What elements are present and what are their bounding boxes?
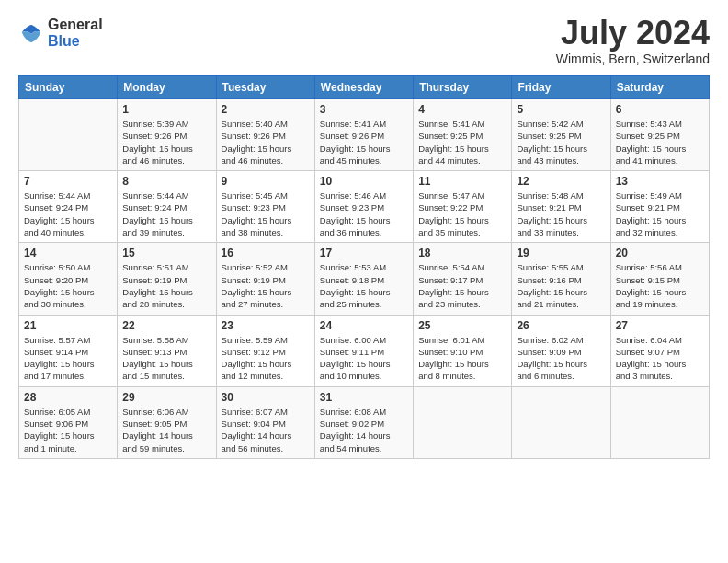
calendar-week-5: 28Sunrise: 6:05 AM Sunset: 9:06 PM Dayli… <box>19 386 710 458</box>
calendar-cell: 28Sunrise: 6:05 AM Sunset: 9:06 PM Dayli… <box>19 386 118 458</box>
col-wednesday: Wednesday <box>314 76 413 99</box>
day-info: Sunrise: 5:44 AM Sunset: 9:24 PM Dayligh… <box>122 190 210 238</box>
location-text: Wimmis, Bern, Switzerland <box>556 52 710 66</box>
col-friday: Friday <box>512 76 610 99</box>
calendar-cell: 19Sunrise: 5:55 AM Sunset: 9:16 PM Dayli… <box>512 243 610 315</box>
calendar-week-3: 14Sunrise: 5:50 AM Sunset: 9:20 PM Dayli… <box>19 243 710 315</box>
day-info: Sunrise: 6:02 AM Sunset: 9:09 PM Dayligh… <box>517 334 605 383</box>
day-number: 10 <box>320 175 408 188</box>
calendar-cell: 6Sunrise: 5:43 AM Sunset: 9:25 PM Daylig… <box>610 99 709 171</box>
calendar-cell: 17Sunrise: 5:53 AM Sunset: 9:18 PM Dayli… <box>314 243 413 315</box>
calendar-cell: 1Sunrise: 5:39 AM Sunset: 9:26 PM Daylig… <box>118 99 216 171</box>
calendar-cell: 14Sunrise: 5:50 AM Sunset: 9:20 PM Dayli… <box>19 243 118 315</box>
day-info: Sunrise: 5:57 AM Sunset: 9:14 PM Dayligh… <box>24 334 112 383</box>
day-number: 6 <box>616 103 704 116</box>
day-number: 21 <box>24 319 112 332</box>
calendar-cell: 29Sunrise: 6:06 AM Sunset: 9:05 PM Dayli… <box>118 386 216 458</box>
calendar-cell: 26Sunrise: 6:02 AM Sunset: 9:09 PM Dayli… <box>512 315 610 386</box>
calendar-cell: 20Sunrise: 5:56 AM Sunset: 9:15 PM Dayli… <box>610 243 709 315</box>
day-number: 20 <box>616 247 704 259</box>
calendar-week-4: 21Sunrise: 5:57 AM Sunset: 9:14 PM Dayli… <box>19 315 710 386</box>
day-info: Sunrise: 5:59 AM Sunset: 9:12 PM Dayligh… <box>222 334 310 383</box>
day-number: 28 <box>24 391 112 404</box>
day-info: Sunrise: 5:41 AM Sunset: 9:25 PM Dayligh… <box>418 118 506 167</box>
day-number: 9 <box>222 175 310 188</box>
day-number: 19 <box>517 247 605 259</box>
calendar-cell: 9Sunrise: 5:45 AM Sunset: 9:23 PM Daylig… <box>216 171 314 243</box>
day-number: 16 <box>222 247 310 259</box>
col-tuesday: Tuesday <box>216 76 314 99</box>
col-thursday: Thursday <box>414 76 512 99</box>
day-info: Sunrise: 5:41 AM Sunset: 9:26 PM Dayligh… <box>320 118 408 167</box>
day-info: Sunrise: 5:52 AM Sunset: 9:19 PM Dayligh… <box>222 261 310 310</box>
title-section: July 2024 Wimmis, Bern, Switzerland <box>556 17 710 66</box>
page-header: General Blue July 2024 Wimmis, Bern, Swi… <box>18 17 710 66</box>
day-info: Sunrise: 5:54 AM Sunset: 9:17 PM Dayligh… <box>418 261 506 310</box>
day-info: Sunrise: 5:56 AM Sunset: 9:15 PM Dayligh… <box>616 261 704 310</box>
calendar-body: 1Sunrise: 5:39 AM Sunset: 9:26 PM Daylig… <box>19 99 710 459</box>
day-number: 15 <box>122 247 210 259</box>
day-number: 26 <box>517 319 605 332</box>
day-info: Sunrise: 5:55 AM Sunset: 9:16 PM Dayligh… <box>517 261 605 310</box>
calendar-cell: 12Sunrise: 5:48 AM Sunset: 9:21 PM Dayli… <box>512 171 610 243</box>
day-info: Sunrise: 5:48 AM Sunset: 9:21 PM Dayligh… <box>517 190 605 238</box>
day-number: 3 <box>320 103 408 116</box>
calendar-cell: 7Sunrise: 5:44 AM Sunset: 9:24 PM Daylig… <box>19 171 118 243</box>
day-number: 7 <box>24 175 112 188</box>
col-monday: Monday <box>118 76 216 99</box>
day-info: Sunrise: 5:50 AM Sunset: 9:20 PM Dayligh… <box>24 261 112 310</box>
col-saturday: Saturday <box>610 76 709 99</box>
day-info: Sunrise: 5:43 AM Sunset: 9:25 PM Dayligh… <box>616 118 704 167</box>
calendar-cell: 16Sunrise: 5:52 AM Sunset: 9:19 PM Dayli… <box>216 243 314 315</box>
day-number: 29 <box>122 391 210 404</box>
day-number: 17 <box>320 247 408 259</box>
col-sunday: Sunday <box>19 76 118 99</box>
day-number: 27 <box>616 319 704 332</box>
calendar-cell: 24Sunrise: 6:00 AM Sunset: 9:11 PM Dayli… <box>314 315 413 386</box>
calendar-cell: 30Sunrise: 6:07 AM Sunset: 9:04 PM Dayli… <box>216 386 314 458</box>
calendar-cell: 8Sunrise: 5:44 AM Sunset: 9:24 PM Daylig… <box>118 171 216 243</box>
day-number: 5 <box>517 103 605 116</box>
calendar-cell: 3Sunrise: 5:41 AM Sunset: 9:26 PM Daylig… <box>314 99 413 171</box>
calendar-cell <box>19 99 118 171</box>
month-year-title: July 2024 <box>556 17 710 50</box>
calendar-cell: 25Sunrise: 6:01 AM Sunset: 9:10 PM Dayli… <box>414 315 512 386</box>
day-number: 22 <box>122 319 210 332</box>
calendar-cell <box>512 386 610 458</box>
day-number: 14 <box>24 247 112 259</box>
day-number: 2 <box>222 103 310 116</box>
day-info: Sunrise: 5:39 AM Sunset: 9:26 PM Dayligh… <box>122 118 210 167</box>
day-number: 18 <box>418 247 506 259</box>
calendar-week-1: 1Sunrise: 5:39 AM Sunset: 9:26 PM Daylig… <box>19 99 710 171</box>
logo-text: General Blue <box>48 17 103 49</box>
day-info: Sunrise: 5:47 AM Sunset: 9:22 PM Dayligh… <box>418 190 506 238</box>
calendar-week-2: 7Sunrise: 5:44 AM Sunset: 9:24 PM Daylig… <box>19 171 710 243</box>
calendar-cell: 23Sunrise: 5:59 AM Sunset: 9:12 PM Dayli… <box>216 315 314 386</box>
calendar-cell: 21Sunrise: 5:57 AM Sunset: 9:14 PM Dayli… <box>19 315 118 386</box>
calendar-header: Sunday Monday Tuesday Wednesday Thursday… <box>19 76 710 99</box>
calendar-cell: 22Sunrise: 5:58 AM Sunset: 9:13 PM Dayli… <box>118 315 216 386</box>
day-info: Sunrise: 5:45 AM Sunset: 9:23 PM Dayligh… <box>222 190 310 238</box>
days-of-week-row: Sunday Monday Tuesday Wednesday Thursday… <box>19 76 710 99</box>
logo-blue-text: Blue <box>48 33 103 50</box>
logo-general-text: General <box>48 17 103 33</box>
calendar-table: Sunday Monday Tuesday Wednesday Thursday… <box>18 75 710 459</box>
calendar-cell: 10Sunrise: 5:46 AM Sunset: 9:23 PM Dayli… <box>314 171 413 243</box>
logo: General Blue <box>18 17 103 49</box>
day-info: Sunrise: 5:44 AM Sunset: 9:24 PM Dayligh… <box>24 190 112 238</box>
logo-icon <box>18 20 44 46</box>
calendar-cell <box>610 386 709 458</box>
day-number: 31 <box>320 391 408 404</box>
day-info: Sunrise: 6:01 AM Sunset: 9:10 PM Dayligh… <box>418 334 506 383</box>
day-number: 25 <box>418 319 506 332</box>
day-number: 8 <box>122 175 210 188</box>
day-info: Sunrise: 5:46 AM Sunset: 9:23 PM Dayligh… <box>320 190 408 238</box>
day-info: Sunrise: 6:04 AM Sunset: 9:07 PM Dayligh… <box>616 334 704 383</box>
day-info: Sunrise: 6:06 AM Sunset: 9:05 PM Dayligh… <box>122 406 210 454</box>
calendar-cell: 2Sunrise: 5:40 AM Sunset: 9:26 PM Daylig… <box>216 99 314 171</box>
day-number: 11 <box>418 175 506 188</box>
calendar-cell: 4Sunrise: 5:41 AM Sunset: 9:25 PM Daylig… <box>414 99 512 171</box>
day-number: 30 <box>222 391 310 404</box>
calendar-cell: 5Sunrise: 5:42 AM Sunset: 9:25 PM Daylig… <box>512 99 610 171</box>
day-number: 24 <box>320 319 408 332</box>
